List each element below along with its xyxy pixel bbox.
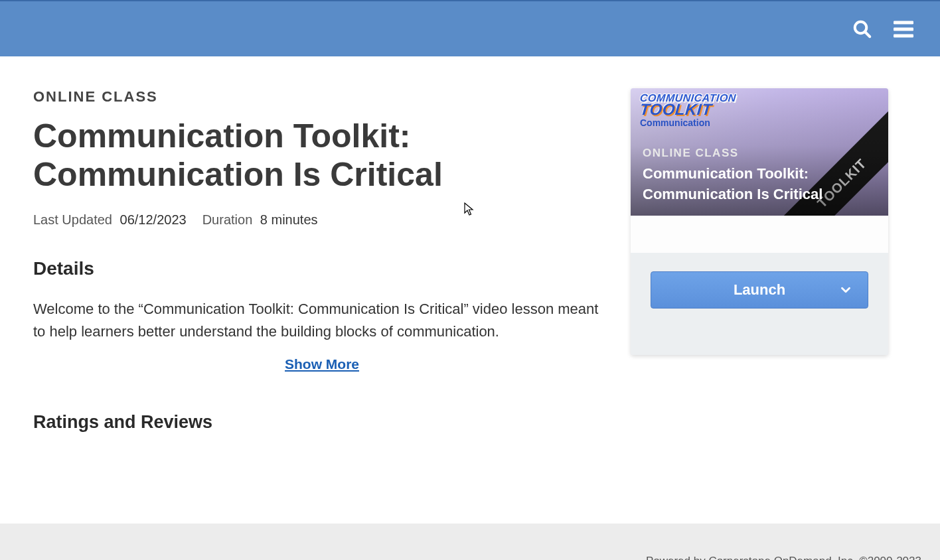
card-body: Launch: [631, 253, 888, 355]
course-title: Communication Toolkit: Communication Is …: [33, 117, 611, 194]
top-nav-bar: [0, 0, 940, 56]
card-art-line3: Communication: [640, 117, 736, 128]
chevron-down-icon[interactable]: [838, 283, 853, 297]
search-icon[interactable]: [852, 19, 872, 39]
svg-line-1: [865, 32, 870, 36]
course-card: COMMUNICATION TOOLKIT Communication TOOL…: [631, 88, 888, 355]
launch-button[interactable]: Launch: [651, 271, 868, 309]
card-art-badge: COMMUNICATION TOOLKIT Communication: [640, 92, 736, 128]
ratings-heading: Ratings and Reviews: [33, 412, 611, 433]
course-info-column: ONLINE CLASS Communication Toolkit: Comm…: [33, 88, 611, 433]
card-art-line1: COMMUNICATION: [639, 92, 736, 104]
card-spacer: [631, 216, 888, 253]
main-content: ONLINE CLASS Communication Toolkit: Comm…: [0, 56, 940, 433]
card-title: Communication Toolkit: Communication Is …: [643, 164, 876, 205]
show-more-link[interactable]: Show More: [33, 356, 611, 372]
duration: Duration 8 minutes: [202, 212, 318, 228]
last-updated: Last Updated 06/12/2023: [33, 212, 187, 228]
footer: Powered by Cornerstone OnDemand, Inc. ©2…: [0, 524, 940, 560]
course-type-label: ONLINE CLASS: [33, 88, 611, 105]
launch-button-label: Launch: [734, 281, 785, 299]
svg-rect-3: [894, 27, 913, 31]
card-type-label: ONLINE CLASS: [643, 147, 876, 160]
details-text: Welcome to the “Communication Toolkit: C…: [33, 298, 611, 343]
course-meta-row: Last Updated 06/12/2023 Duration 8 minut…: [33, 212, 611, 228]
card-art-line2: TOOLKIT: [639, 100, 737, 119]
details-heading: Details: [33, 258, 611, 279]
duration-label: Duration: [202, 212, 253, 227]
duration-value: 8 minutes: [260, 212, 318, 227]
last-updated-label: Last Updated: [33, 212, 112, 227]
svg-rect-4: [894, 34, 913, 37]
hamburger-menu-icon[interactable]: [894, 21, 913, 38]
footer-text: Powered by Cornerstone OnDemand, Inc. ©2…: [646, 555, 921, 560]
course-card-column: COMMUNICATION TOOLKIT Communication TOOL…: [631, 88, 888, 433]
course-card-image: COMMUNICATION TOOLKIT Communication TOOL…: [631, 88, 888, 216]
last-updated-value: 06/12/2023: [120, 212, 187, 227]
svg-rect-2: [894, 21, 913, 24]
